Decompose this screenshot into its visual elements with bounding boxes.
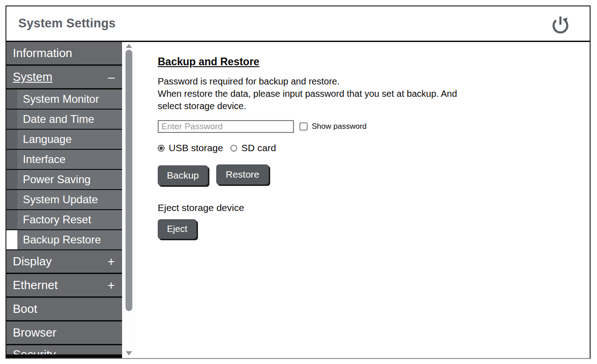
- radio-selected-icon[interactable]: [158, 145, 165, 152]
- scrollbar-thumb[interactable]: [126, 50, 133, 311]
- scrollbar-down-arrow-icon[interactable]: [126, 351, 132, 355]
- password-row: Show password: [158, 120, 581, 133]
- page-title: System Settings: [18, 16, 116, 31]
- indicator-strip: [6, 90, 17, 109]
- sidebar-item-boot[interactable]: Boot: [6, 298, 122, 320]
- description-text: Password is required for backup and rest…: [158, 75, 581, 112]
- indicator-strip: [6, 150, 17, 169]
- indicator-strip: [6, 110, 17, 129]
- sidebar-item-browser[interactable]: Browser: [6, 322, 122, 344]
- indicator-strip: [6, 170, 17, 189]
- description-line: When restore the data, please input pass…: [158, 88, 581, 100]
- description-line: Password is required for backup and rest…: [158, 75, 581, 88]
- show-password-label: Show password: [312, 122, 367, 131]
- backup-restore-buttons: Backup Restore: [158, 165, 581, 185]
- storage-option-sd-card[interactable]: SD card: [230, 142, 276, 153]
- sidebar-item-label: System: [13, 70, 53, 84]
- sidebar-item-system[interactable]: System–: [6, 66, 122, 88]
- radio-label: USB storage: [169, 142, 223, 153]
- main-content: Backup and Restore Password is required …: [136, 42, 590, 358]
- sidebar-item-label: Browser: [13, 326, 56, 340]
- indicator-strip: [6, 210, 17, 229]
- collapse-minus-icon: –: [108, 70, 115, 84]
- sidebar-item-label: Display: [13, 254, 52, 269]
- sidebar-item-security[interactable]: Security: [6, 345, 122, 354]
- selected-indicator-strip: [6, 230, 17, 249]
- storage-device-options: USB storageSD card: [158, 142, 581, 153]
- scrollbar-up-arrow-icon[interactable]: [126, 44, 132, 48]
- indicator-strip: [6, 130, 17, 149]
- backup-button[interactable]: Backup: [158, 165, 208, 185]
- sidebar-item-factory-reset[interactable]: Factory Reset: [6, 210, 122, 229]
- sidebar-item-date-and-time[interactable]: Date and Time: [6, 110, 122, 129]
- sidebar-item-label: Language: [17, 130, 122, 149]
- window-body: InformationSystem–System MonitorDate and…: [6, 42, 590, 358]
- sidebar-item-label: Information: [13, 46, 72, 60]
- sidebar-item-label: System Monitor: [17, 90, 122, 109]
- eject-storage-text: Eject storage device: [158, 202, 581, 213]
- sidebar-item-label: Date and Time: [17, 110, 122, 129]
- sidebar-item-backup-restore[interactable]: Backup Restore: [6, 230, 122, 249]
- sidebar-scrollbar: [122, 42, 136, 358]
- section-heading: Backup and Restore: [158, 56, 581, 68]
- password-input[interactable]: [158, 120, 294, 133]
- power-button[interactable]: [549, 12, 572, 36]
- show-password-checkbox[interactable]: [299, 122, 308, 131]
- title-bar: System Settings: [6, 6, 590, 42]
- sidebar-item-label: Power Saving: [17, 170, 122, 189]
- expand-plus-icon: +: [107, 254, 115, 269]
- sidebar-item-label: Backup Restore: [17, 230, 122, 249]
- sidebar-item-label: Interface: [17, 150, 122, 169]
- power-restart-icon: [549, 13, 571, 35]
- restore-button[interactable]: Restore: [216, 164, 269, 185]
- sidebar-item-ethernet[interactable]: Ethernet+: [6, 274, 122, 296]
- sidebar: InformationSystem–System MonitorDate and…: [6, 42, 122, 358]
- radio-unselected-icon[interactable]: [230, 145, 237, 152]
- sidebar-item-information[interactable]: Information: [6, 42, 122, 64]
- storage-option-usb-storage[interactable]: USB storage: [158, 142, 223, 153]
- sidebar-item-system-monitor[interactable]: System Monitor: [6, 90, 122, 109]
- sidebar-item-display[interactable]: Display+: [6, 250, 122, 273]
- eject-button[interactable]: Eject: [158, 219, 197, 239]
- expand-plus-icon: +: [107, 278, 115, 292]
- sidebar-item-language[interactable]: Language: [6, 130, 122, 149]
- sidebar-item-interface[interactable]: Interface: [6, 150, 122, 169]
- sidebar-item-label: Factory Reset: [17, 210, 122, 229]
- indicator-strip: [6, 190, 17, 209]
- sidebar-item-label: System Update: [17, 190, 122, 209]
- description-line: select storage device.: [158, 100, 581, 112]
- sidebar-item-power-saving[interactable]: Power Saving: [6, 170, 122, 189]
- sidebar-item-label: Ethernet: [13, 278, 58, 292]
- sidebar-item-label: Boot: [13, 302, 37, 316]
- radio-label: SD card: [241, 142, 276, 153]
- sidebar-item-label: Security: [13, 348, 56, 355]
- settings-window: System Settings InformationSystem–System…: [5, 5, 591, 359]
- sidebar-item-system-update[interactable]: System Update: [6, 190, 122, 209]
